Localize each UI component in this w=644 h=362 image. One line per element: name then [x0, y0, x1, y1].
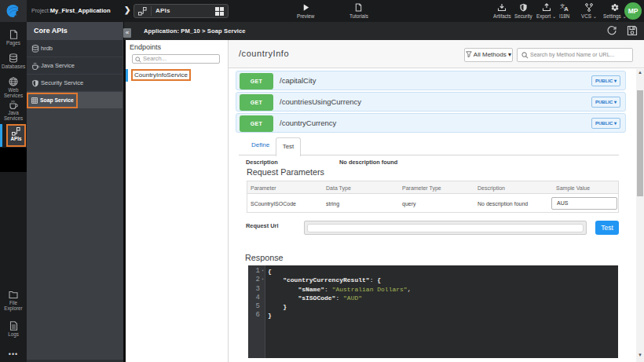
svg-text:A: A — [564, 5, 569, 12]
